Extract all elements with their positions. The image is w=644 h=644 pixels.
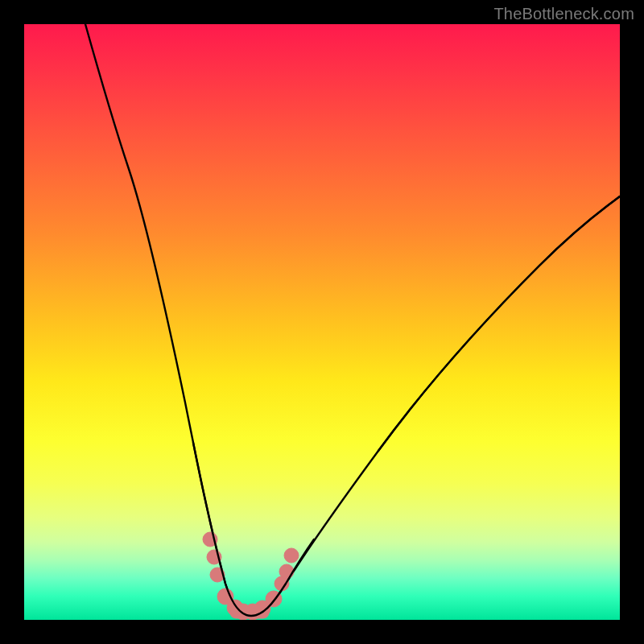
watermark-text: TheBottleneck.com (493, 5, 634, 23)
curve-layer (24, 24, 620, 620)
svg-point-10 (279, 564, 294, 579)
plot-area (24, 24, 620, 620)
chart-frame: TheBottleneck.com (0, 0, 644, 644)
bottleneck-curve-over (193, 443, 314, 616)
svg-point-11 (284, 548, 299, 563)
bottleneck-curve-edge (378, 196, 620, 451)
sample-markers (203, 532, 299, 620)
bottleneck-curve (85, 24, 620, 616)
